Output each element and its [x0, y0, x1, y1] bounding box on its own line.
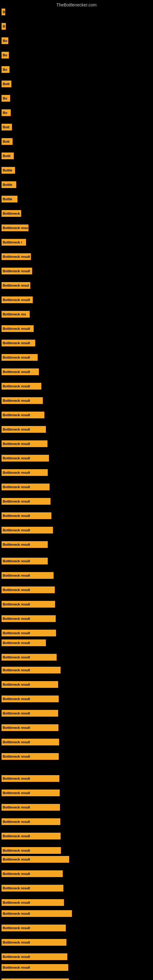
- bar-row: Bottleneck result: [2, 847, 61, 854]
- bar-row: Bo: [2, 52, 9, 59]
- bar-label: Bo: [2, 52, 9, 59]
- bar-row: Bottleneck result: [2, 695, 59, 702]
- bar-row: Bottleneck result: [2, 325, 33, 332]
- bar-label: B: [2, 9, 5, 15]
- bar-label: Bottleneck result: [2, 441, 48, 447]
- bar-label: Bottle: [2, 196, 18, 202]
- bar-row: Bottleneck result: [2, 856, 69, 863]
- bar-row: Bottleneck result: [2, 253, 31, 260]
- bar-label: Bottleneck result: [2, 572, 54, 579]
- bar-label: Bottleneck: [2, 210, 21, 217]
- bar-label: Bottleneck result: [2, 804, 60, 811]
- bar-row: Bottleneck result: [2, 964, 68, 971]
- bar-row: Bottleneck result: [2, 681, 58, 688]
- bar-row: Bottleneck result: [2, 426, 46, 433]
- bar-row: Bottleneck result: [2, 939, 66, 946]
- bar-row: Bottleneck result: [2, 753, 59, 760]
- bar-row: Bottleneck result: [2, 833, 61, 840]
- bar-row: Bo: [2, 37, 8, 44]
- bar-row: Bottleneck result: [2, 710, 58, 717]
- bar-row: Bottleneck result: [2, 640, 46, 646]
- bar-label: Bottleneck result: [2, 910, 72, 917]
- bar-label: Bottleneck result: [2, 833, 61, 840]
- bar-row: Bottleneck result: [2, 775, 59, 782]
- bar-label: Bottleneck result: [2, 253, 31, 260]
- bar-label: Bottleneck result: [2, 498, 51, 505]
- bar-label: Bottleneck result: [2, 325, 33, 332]
- bar-label: Bottleneck result: [2, 924, 66, 931]
- bar-label: Bo: [2, 66, 10, 73]
- bar-row: Bottleneck result: [2, 268, 32, 274]
- bar-row: Bottleneck result: [2, 383, 41, 390]
- site-title: TheBottlenecker.com: [0, 0, 153, 9]
- bar-row: Bottleneck result: [2, 469, 48, 476]
- bar-label: Bottleneck result: [2, 710, 58, 717]
- bar-label: Bottle: [2, 181, 16, 188]
- bar-row: Bottleneck result: [2, 412, 45, 418]
- bar-row: Bottleneck res: [2, 311, 30, 318]
- bar-row: Bottleneck result: [2, 630, 56, 636]
- bar-row: Bottleneck result: [2, 484, 49, 490]
- bar-label: Bottleneck result: [2, 601, 55, 608]
- bar-label: Bottleneck result: [2, 654, 57, 660]
- bar-label: Bottleneck result: [2, 268, 32, 274]
- bar-row: Bottleneck result: [2, 368, 39, 375]
- bar-label: Bottle: [2, 167, 15, 173]
- bar-label: Bottleneck result: [2, 296, 33, 303]
- bar-row: Bottleneck result: [2, 899, 64, 906]
- bar-row: Bottleneck result: [2, 739, 59, 745]
- bar-row: Bott: [2, 138, 13, 145]
- bar-label: Bottleneck result: [2, 397, 43, 404]
- bar-row: Bott: [2, 124, 12, 130]
- bar-row: Bottle: [2, 167, 15, 173]
- bar-row: B: [2, 9, 5, 15]
- bar-label: Bottleneck result: [2, 667, 61, 673]
- bar-label: Bottleneck result: [2, 939, 66, 946]
- bar-label: Bottleneck result: [2, 870, 63, 877]
- bar-label: Bottleneck result: [2, 368, 39, 375]
- bar-row: Bottleneck result: [2, 397, 43, 404]
- bar-row: Bottleneck resu: [2, 224, 29, 231]
- bar-label: Bottleneck result: [2, 753, 59, 760]
- bar-row: Bottleneck result: [2, 789, 60, 796]
- bar-label: Bottl: [2, 153, 14, 159]
- bar-label: Bottleneck result: [2, 412, 45, 418]
- bar-row: Bottleneck result: [2, 512, 51, 519]
- bar-row: Bottleneck result: [2, 667, 61, 673]
- bar-label: Bottleneck result: [2, 630, 56, 636]
- bar-label: Bottleneck result: [2, 681, 58, 688]
- bar-label: Bottleneck result: [2, 964, 68, 971]
- bar-row: Bottleneck result: [2, 654, 57, 660]
- bar-label: Bottleneck result: [2, 640, 46, 646]
- bar-row: Bottleneck result: [2, 724, 59, 731]
- bar-label: Bottleneck resul: [2, 282, 30, 289]
- bar-row: Bottleneck result: [2, 558, 48, 565]
- bar-row: Bo: [2, 109, 11, 116]
- bar-label: Bott: [2, 124, 12, 130]
- bar-row: Bottle: [2, 196, 18, 202]
- bar-label: Bottleneck result: [2, 775, 59, 782]
- bar-label: Bottleneck result: [2, 426, 46, 433]
- bar-label: Bottleneck result: [2, 695, 59, 702]
- bar-label: Bottleneck result: [2, 383, 41, 390]
- bar-row: Bottleneck result: [2, 441, 48, 447]
- bar-row: Bottleneck result: [2, 978, 69, 980]
- bar-row: Bottleneck result: [2, 804, 60, 811]
- bar-row: Bottleneck result: [2, 354, 38, 361]
- bar-label: Bottleneck result: [2, 615, 56, 622]
- bar-row: Bottleneck result: [2, 953, 67, 960]
- bar-row: Bottleneck result: [2, 818, 60, 825]
- bar-label: Bottleneck r: [2, 239, 26, 246]
- bar-label: Bottleneck result: [2, 818, 60, 825]
- bar-label: Bottleneck result: [2, 739, 59, 745]
- bar-label: Bottleneck result: [2, 558, 48, 565]
- bar-row: Bottleneck result: [2, 615, 56, 622]
- bar-label: Bottleneck result: [2, 354, 38, 361]
- bar-label: Bo: [2, 109, 11, 116]
- bar-row: Bottleneck result: [2, 541, 48, 548]
- bar-label: Bottleneck result: [2, 953, 67, 960]
- bar-label: Bo: [2, 37, 8, 44]
- bar-row: Bottleneck result: [2, 498, 51, 505]
- bar-row: B: [2, 23, 6, 30]
- bar-label: Bottleneck result: [2, 587, 55, 593]
